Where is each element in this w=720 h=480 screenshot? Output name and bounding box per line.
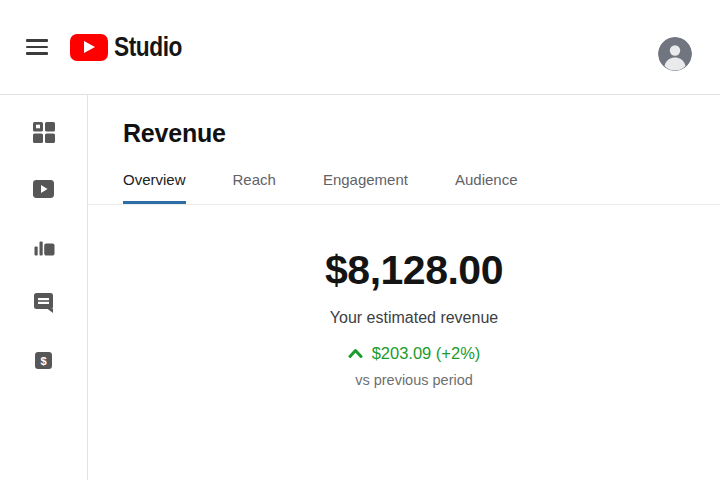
analytics-icon <box>33 236 55 256</box>
revenue-delta: $203.09 (+2%) <box>372 344 481 363</box>
tab-engagement[interactable]: Engagement <box>323 171 408 204</box>
monetization-icon: $ <box>35 352 52 369</box>
revenue-value: $8,128.00 <box>108 247 720 294</box>
svg-text:$: $ <box>40 354 46 366</box>
sidebar-item-monetization[interactable]: $ <box>32 348 56 372</box>
sidebar-item-analytics[interactable] <box>32 234 56 258</box>
revenue-delta-row: $203.09 (+2%) <box>348 344 481 363</box>
revenue-metric-block: $8,128.00 Your estimated revenue $203.09… <box>88 247 720 388</box>
avatar-person-icon <box>658 37 692 71</box>
tab-reach[interactable]: Reach <box>233 171 276 204</box>
app-name: Studio <box>114 32 182 63</box>
hamburger-menu-icon[interactable] <box>26 39 48 55</box>
user-avatar[interactable] <box>658 37 692 71</box>
dashboard-icon <box>33 122 55 143</box>
trend-up-icon <box>348 348 363 359</box>
page-body: $ Revenue Overview Reach Engagement Audi… <box>0 95 720 480</box>
youtube-play-icon <box>70 34 108 61</box>
youtube-studio-logo[interactable]: Studio <box>70 32 195 63</box>
revenue-caption: Your estimated revenue <box>108 309 720 327</box>
tab-overview[interactable]: Overview <box>123 171 186 204</box>
content-icon <box>33 180 54 198</box>
revenue-comparison: vs previous period <box>108 372 720 388</box>
sidebar-nav: $ <box>0 95 88 480</box>
sidebar-item-dashboard[interactable] <box>32 120 56 144</box>
tab-audience[interactable]: Audience <box>455 171 518 204</box>
sidebar-item-content[interactable] <box>32 177 56 201</box>
sidebar-item-comments[interactable] <box>32 291 56 315</box>
analytics-tab-bar: Overview Reach Engagement Audience <box>88 171 720 205</box>
top-app-bar: Studio <box>0 0 720 95</box>
comments-icon <box>34 293 54 313</box>
page-title: Revenue <box>123 119 720 148</box>
main-content: Revenue Overview Reach Engagement Audien… <box>88 95 720 480</box>
